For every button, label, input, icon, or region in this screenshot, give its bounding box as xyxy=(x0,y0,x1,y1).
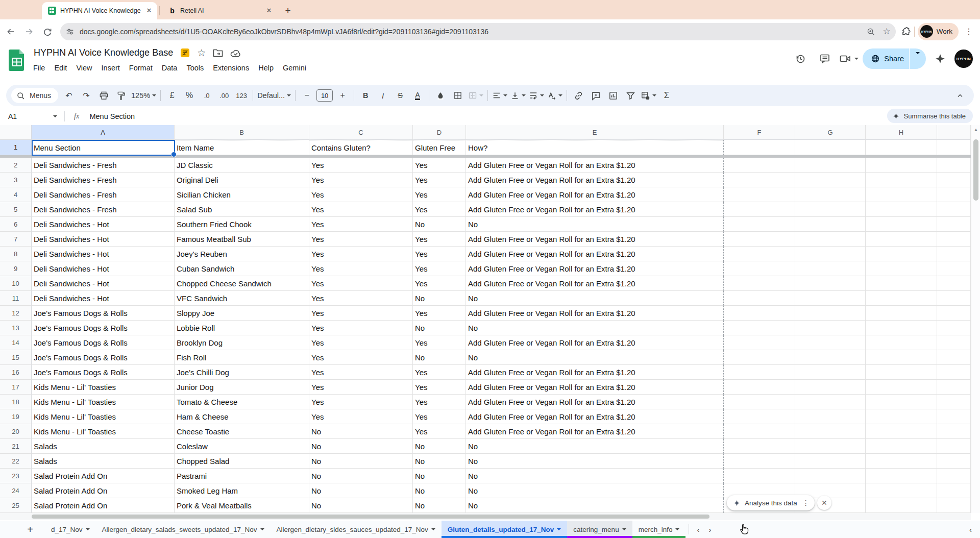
cell-G8[interactable] xyxy=(795,247,866,261)
cell-H15[interactable] xyxy=(866,350,937,365)
bold-button[interactable]: B xyxy=(357,88,374,103)
cell-D1[interactable]: Gluten Free xyxy=(413,140,466,155)
menu-extensions[interactable]: Extensions xyxy=(208,62,254,74)
cell-G7[interactable] xyxy=(795,232,866,247)
cell-G3[interactable] xyxy=(795,173,866,187)
cell-C13[interactable]: Yes xyxy=(309,321,413,335)
cell-E23[interactable]: No xyxy=(466,469,724,483)
cell-G4[interactable] xyxy=(795,187,866,202)
version-history-icon[interactable] xyxy=(790,48,811,69)
cell-E18[interactable]: Add Gluten Free or Vegan Roll for an Ext… xyxy=(466,395,724,409)
cell-D6[interactable]: No xyxy=(413,217,466,232)
undo-button[interactable]: ↶ xyxy=(60,88,78,103)
cell-F2[interactable] xyxy=(724,158,795,173)
cell-H12[interactable] xyxy=(866,306,937,321)
cell-A1[interactable]: Menu Section xyxy=(32,140,175,155)
cell-A23[interactable]: Salad Protein Add On xyxy=(32,469,175,483)
column-header-D[interactable]: D xyxy=(413,125,466,140)
cell-E12[interactable]: Add Gluten Free or Vegan Roll for an Ext… xyxy=(466,306,724,321)
cell-ovf16[interactable] xyxy=(937,365,971,380)
cell-F9[interactable] xyxy=(724,261,795,276)
menu-tools[interactable]: Tools xyxy=(182,62,208,74)
cell-B25[interactable]: Pork & Veal Meatballs xyxy=(175,498,309,513)
cell-A9[interactable]: Deli Sandwiches - Hot xyxy=(32,261,175,276)
text-color-button[interactable]: A xyxy=(409,88,426,103)
cell-E4[interactable]: Add Gluten Free or Vegan Roll for an Ext… xyxy=(466,187,724,202)
menu-gemini[interactable]: Gemini xyxy=(278,62,311,74)
cell-C20[interactable]: No xyxy=(309,424,413,439)
cell-G20[interactable] xyxy=(795,424,866,439)
sheets-logo[interactable] xyxy=(8,49,26,71)
bookmark-star-icon[interactable]: ☆ xyxy=(883,26,890,37)
cell-C3[interactable]: Yes xyxy=(309,173,413,187)
menu-insert[interactable]: Insert xyxy=(97,62,125,74)
cell-B2[interactable]: JD Classic xyxy=(175,158,309,173)
cell-ovf7[interactable] xyxy=(937,232,971,247)
analyse-more-icon[interactable]: ⋮ xyxy=(801,499,811,507)
cell-H1[interactable] xyxy=(866,140,937,155)
reload-button[interactable] xyxy=(40,24,55,39)
cell-E19[interactable]: Add Gluten Free or Vegan Roll for an Ext… xyxy=(466,409,724,424)
more-formats-button[interactable]: 123 xyxy=(233,88,250,103)
cell-D7[interactable]: Yes xyxy=(413,232,466,247)
cell-ovf21[interactable] xyxy=(937,439,971,454)
horizontal-align-button[interactable] xyxy=(491,88,509,103)
cell-H4[interactable] xyxy=(866,187,937,202)
cell-C7[interactable]: Yes xyxy=(309,232,413,247)
name-box[interactable]: A1 xyxy=(0,112,61,120)
row-header-9[interactable]: 9 xyxy=(0,261,32,276)
column-header-B[interactable]: B xyxy=(175,125,309,140)
cell-F16[interactable] xyxy=(724,365,795,380)
cell-E16[interactable]: Add Gluten Free or Vegan Roll for an Ext… xyxy=(466,365,724,380)
cell-A11[interactable]: Deli Sandwiches - Hot xyxy=(32,291,175,306)
row-header-17[interactable]: 17 xyxy=(0,380,32,395)
account-avatar[interactable]: HYPHN xyxy=(954,50,973,68)
cell-D15[interactable]: No xyxy=(413,350,466,365)
cell-H23[interactable] xyxy=(866,469,937,483)
site-settings-icon[interactable] xyxy=(65,27,75,36)
fill-color-button[interactable] xyxy=(432,88,449,103)
cell-C18[interactable]: Yes xyxy=(309,395,413,409)
analyse-close-button[interactable]: ✕ xyxy=(817,496,831,510)
cell-F3[interactable] xyxy=(724,173,795,187)
cell-E6[interactable]: No xyxy=(466,217,724,232)
cell-B15[interactable]: Fish Roll xyxy=(175,350,309,365)
cell-C1[interactable]: Contains Gluten? xyxy=(309,140,413,155)
cell-D8[interactable]: Yes xyxy=(413,247,466,261)
cell-ovf4[interactable] xyxy=(937,187,971,202)
cell-D21[interactable]: No xyxy=(413,439,466,454)
meet-button[interactable] xyxy=(839,53,859,64)
cell-H11[interactable] xyxy=(866,291,937,306)
cell-A20[interactable]: Kids Menu - Lil' Toasties xyxy=(32,424,175,439)
sheet-tab-Allergen_dietary_sides_sauces_updated_17_Nov[interactable]: Allergen_dietary_sides_sauces_updated_17… xyxy=(271,521,442,538)
cell-C22[interactable]: No xyxy=(309,454,413,469)
cell-A18[interactable]: Kids Menu - Lil' Toasties xyxy=(32,395,175,409)
print-button[interactable] xyxy=(95,88,112,103)
cell-E7[interactable]: Add Gluten Free or Vegan Roll for an Ext… xyxy=(466,232,724,247)
cell-B6[interactable]: Southern Fried Chook xyxy=(175,217,309,232)
cell-G1[interactable] xyxy=(795,140,866,155)
cell-C8[interactable]: Yes xyxy=(309,247,413,261)
cell-H6[interactable] xyxy=(866,217,937,232)
cell-B7[interactable]: Famous Meatball Sub xyxy=(175,232,309,247)
cell-F15[interactable] xyxy=(724,350,795,365)
cell-D18[interactable]: Yes xyxy=(413,395,466,409)
cell-D9[interactable]: Yes xyxy=(413,261,466,276)
share-button[interactable]: Share xyxy=(863,48,926,69)
label-icon[interactable] xyxy=(180,48,190,58)
row-header-22[interactable]: 22 xyxy=(0,454,32,469)
move-folder-icon[interactable] xyxy=(213,48,223,58)
cell-H2[interactable] xyxy=(866,158,937,173)
cell-F17[interactable] xyxy=(724,380,795,395)
cell-D3[interactable]: Yes xyxy=(413,173,466,187)
cell-D23[interactable]: No xyxy=(413,469,466,483)
cell-C15[interactable]: Yes xyxy=(309,350,413,365)
cell-C2[interactable]: Yes xyxy=(309,158,413,173)
row-header-10[interactable]: 10 xyxy=(0,276,32,291)
cell-H19[interactable] xyxy=(866,409,937,424)
cell-A7[interactable]: Deli Sandwiches - Hot xyxy=(32,232,175,247)
cell-G23[interactable] xyxy=(795,469,866,483)
cell-C6[interactable]: Yes xyxy=(309,217,413,232)
cell-A2[interactable]: Deli Sandwiches - Fresh xyxy=(32,158,175,173)
cell-H7[interactable] xyxy=(866,232,937,247)
